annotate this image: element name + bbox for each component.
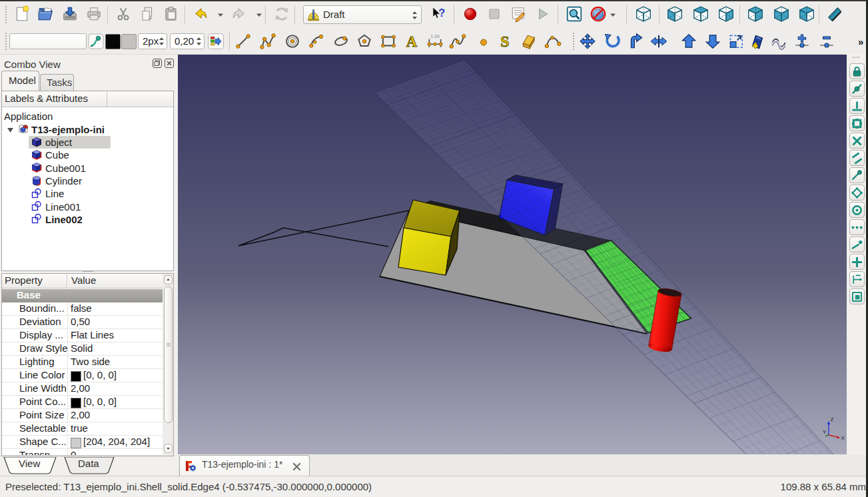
svg-text:S: S: [500, 33, 509, 50]
svg-text:X: X: [841, 435, 845, 441]
svg-text:Y: Y: [823, 429, 827, 435]
svg-text:A: A: [406, 33, 418, 50]
svg-text:?: ?: [438, 7, 445, 19]
svg-text:1.00: 1.00: [430, 34, 440, 39]
svg-text:Z: Z: [831, 416, 834, 422]
